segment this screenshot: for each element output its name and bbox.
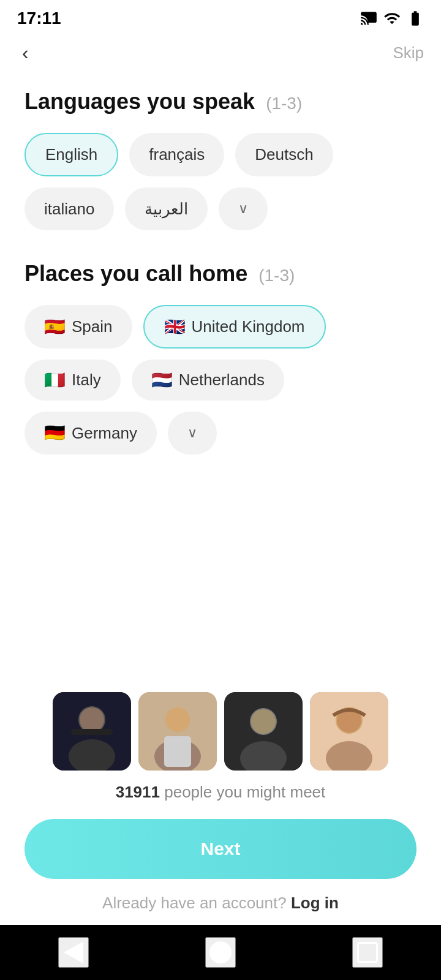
back-button[interactable]: ‹ [17,39,34,67]
places-more-button[interactable]: ∨ [168,412,217,454]
svg-point-3 [80,707,104,732]
people-preview [24,692,417,771]
recents-square-icon [357,942,378,963]
places-title: Places you call home (1-3) [24,261,417,287]
skip-button[interactable]: Skip [393,43,424,62]
chip-spain[interactable]: 🇪🇸 Spain [24,305,132,349]
avatar-2 [138,692,217,771]
status-time: 17:11 [17,9,61,28]
chip-germany[interactable]: 🇩🇪 Germany [24,412,157,454]
chip-english[interactable]: English [24,133,118,176]
svg-point-6 [165,707,190,732]
back-triangle-icon [64,941,83,963]
chip-italy[interactable]: 🇮🇹 Italy [24,360,121,401]
chip-arabic[interactable]: العربية [125,187,208,230]
avatar-3 [224,692,303,771]
battery-icon [407,10,424,27]
status-bar: 17:11 [0,0,441,34]
svg-rect-4 [71,729,113,735]
login-text: Already have an account? Log in [24,894,417,913]
svg-point-12 [251,709,276,734]
bottom-section: 31911 people you might meet Next Already… [0,692,441,913]
avatar-4 [310,692,388,771]
android-back-button[interactable] [58,937,89,968]
chip-francais[interactable]: français [129,133,224,176]
next-button[interactable]: Next [24,819,417,879]
places-section: Places you call home (1-3) 🇪🇸 Spain 🇬🇧 U… [24,261,417,454]
chip-uk[interactable]: 🇬🇧 United Kingdom [143,305,326,349]
avatar-1 [53,692,131,771]
avatar-3-image [224,692,303,771]
avatar-2-image [138,692,217,771]
languages-title: Languages you speak (1-3) [24,89,417,115]
languages-section: Languages you speak (1-3) English frança… [24,89,417,230]
chip-netherlands[interactable]: 🇳🇱 Netherlands [132,360,284,401]
android-home-button[interactable] [205,937,236,968]
languages-more-button[interactable]: ∨ [219,187,268,230]
login-link[interactable]: Log in [291,894,339,912]
chip-deutsch[interactable]: Deutsch [235,133,333,176]
status-icons [360,10,424,27]
svg-rect-8 [164,736,191,767]
cast-icon [360,10,377,27]
wifi-icon [383,10,401,27]
places-chips: 🇪🇸 Spain 🇬🇧 United Kingdom 🇮🇹 Italy 🇳🇱 N… [24,305,417,454]
home-circle-icon [209,941,232,963]
avatar-4-image [310,692,388,771]
people-count-text: 31911 people you might meet [24,783,417,802]
android-nav-bar [0,925,441,980]
language-chips: English français Deutsch italiano العربي… [24,133,417,230]
chip-italiano[interactable]: italiano [24,187,114,230]
main-content: Languages you speak (1-3) English frança… [0,77,441,497]
android-recents-button[interactable] [352,937,383,968]
avatar-1-image [53,692,131,771]
nav-bar: ‹ Skip [0,34,441,77]
